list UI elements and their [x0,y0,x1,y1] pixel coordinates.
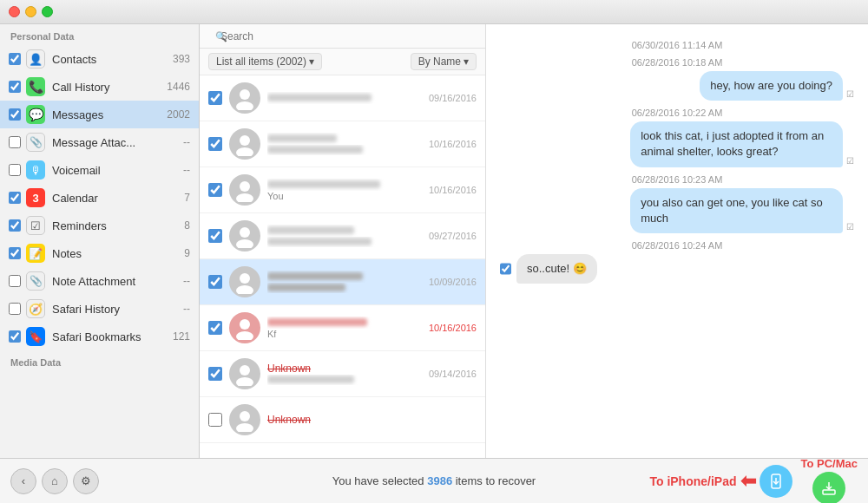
item-date: 09/16/2016 [429,93,477,103]
sidebar-item-noteattach[interactable]: 📎 Note Attachment -- [0,267,199,295]
msgattach-count: -- [183,136,190,148]
noteattach-checkbox[interactable] [9,275,21,287]
notes-checkbox[interactable] [9,247,21,259]
bottom-bar: ‹ ⌂ ⚙ You have selected 3986 items to re… [0,458,868,503]
message-checkbox[interactable] [500,254,511,284]
sidebar-item-notes[interactable]: 📝 Notes 9 [0,239,199,267]
sidebar-item-voicemail[interactable]: 🎙 Voicemail -- [0,156,199,184]
restore-to-device-button[interactable] [760,465,792,498]
save-to-pc-button[interactable] [812,472,845,503]
callhistory-count: 1446 [167,81,190,93]
date-divider: 06/28/2016 10:18 AM [500,57,854,68]
sidebar-item-safaribookmarks[interactable]: 🔖 Safari Bookmarks 121 [0,323,199,350]
search-input[interactable] [208,30,477,42]
message-row: you also can get one, you like cat so mu… [500,188,854,233]
close-button[interactable] [9,6,20,17]
calendar-checkbox[interactable] [9,192,21,204]
svg-rect-18 [823,490,835,494]
list-item[interactable]: Kf 10/16/2016 [200,305,485,351]
list-item[interactable]: 10/09/2016 [200,259,485,305]
svg-point-8 [240,273,250,284]
item-checkbox[interactable] [208,91,222,105]
filter-all-items[interactable]: List all items (2002) ▾ [208,53,322,70]
list-item[interactable]: 10/16/2016 [200,121,485,167]
avatar [229,128,260,160]
item-checkbox[interactable] [208,183,222,197]
reminders-count: 8 [184,219,190,232]
item-checkbox[interactable] [208,413,222,427]
list-item[interactable]: You 10/16/2016 [200,167,485,213]
sidebar-label-notes: Notes [52,247,181,260]
avatar [229,220,260,252]
pc-action-group: To PC/Mac [801,457,858,503]
item-sub [267,283,424,293]
sidebar-label-contacts: Contacts [52,53,169,66]
item-checkbox[interactable] [208,367,222,381]
sidebar-item-reminders[interactable]: ☑ Reminders 8 [0,212,199,239]
item-info [267,225,424,247]
maximize-button[interactable] [42,6,53,17]
messages-checkbox[interactable] [9,108,21,121]
avatar [229,312,260,343]
sidebar-item-messages[interactable]: 💬 Messages 2002 [0,101,199,128]
sidebar-label-noteattach: Note Attachment [52,275,180,288]
msgattach-checkbox[interactable] [9,136,21,148]
message-row: so..cute! 😊 [500,254,854,284]
svg-point-1 [236,101,253,110]
bottom-left-nav: ‹ ⌂ ⚙ [10,468,99,494]
calendar-icon: 3 [26,188,45,207]
noteattach-icon: 📎 [26,271,45,291]
sidebar: Personal Data 👤 Contacts 393 📞 Call Hist… [0,24,200,458]
sidebar-label-calendar: Calendar [52,192,181,205]
voicemail-icon: 🎙 [26,160,45,180]
date-divider: 06/28/2016 10:24 AM [500,240,854,251]
safaribookmarks-count: 121 [173,330,190,343]
list-item[interactable]: Unknown 09/14/2016 [200,351,485,397]
minimize-button[interactable] [25,6,36,17]
contacts-count: 393 [173,53,190,65]
item-date: 10/09/2016 [429,277,477,287]
safarihistory-checkbox[interactable] [9,303,21,315]
search-icon: 🔍 [215,30,227,42]
sidebar-label-messages: Messages [52,108,163,121]
iphone-label: To iPhone/iPad [649,474,736,488]
settings-button[interactable]: ⚙ [73,468,99,494]
back-button[interactable]: ‹ [10,468,36,494]
sidebar-item-contacts[interactable]: 👤 Contacts 393 [0,45,199,73]
sort-by-name[interactable]: By Name ▾ [411,53,477,70]
item-checkbox[interactable] [208,137,222,151]
svg-point-4 [240,181,250,192]
avatar [229,404,260,435]
svg-point-5 [236,193,253,202]
sidebar-item-safarihistory[interactable]: 🧭 Safari History -- [0,295,199,323]
title-bar [0,0,868,24]
callhistory-checkbox[interactable] [9,81,21,93]
safaribookmarks-checkbox[interactable] [9,330,21,343]
safarihistory-count: -- [183,303,190,315]
item-checkbox[interactable] [208,275,222,289]
list-items: 09/16/2016 10/16/2016 [200,75,485,458]
media-data-header: Media Data [0,350,199,371]
list-item[interactable]: 09/16/2016 [200,75,485,121]
list-item[interactable]: Unknown [200,397,485,443]
sidebar-item-callhistory[interactable]: 📞 Call History 1446 [0,73,199,101]
contacts-checkbox[interactable] [9,53,21,65]
item-name [267,271,424,283]
home-button[interactable]: ⌂ [42,468,68,494]
reminders-checkbox[interactable] [9,219,21,232]
item-name: Unknown [267,414,471,426]
sidebar-item-msgattach[interactable]: 📎 Message Attac... -- [0,128,199,156]
item-sub [267,375,424,385]
voicemail-checkbox[interactable] [9,164,21,176]
msgattach-icon: 📎 [26,133,45,152]
list-panel: 🔍 List all items (2002) ▾ By Name ▾ [200,24,486,458]
sidebar-item-calendar[interactable]: 3 Calendar 7 [0,184,199,212]
messages-icon: 💬 [26,105,45,124]
main-content: Personal Data 👤 Contacts 393 📞 Call Hist… [0,24,868,458]
item-checkbox[interactable] [208,229,222,243]
item-checkbox[interactable] [208,321,222,335]
item-sub: You [267,191,424,201]
date-divider: 06/28/2016 10:23 AM [500,174,854,185]
chat-panel: 06/30/2016 11:14 AM 06/28/2016 10:18 AM … [486,24,868,458]
list-item[interactable]: 09/27/2016 [200,213,485,259]
